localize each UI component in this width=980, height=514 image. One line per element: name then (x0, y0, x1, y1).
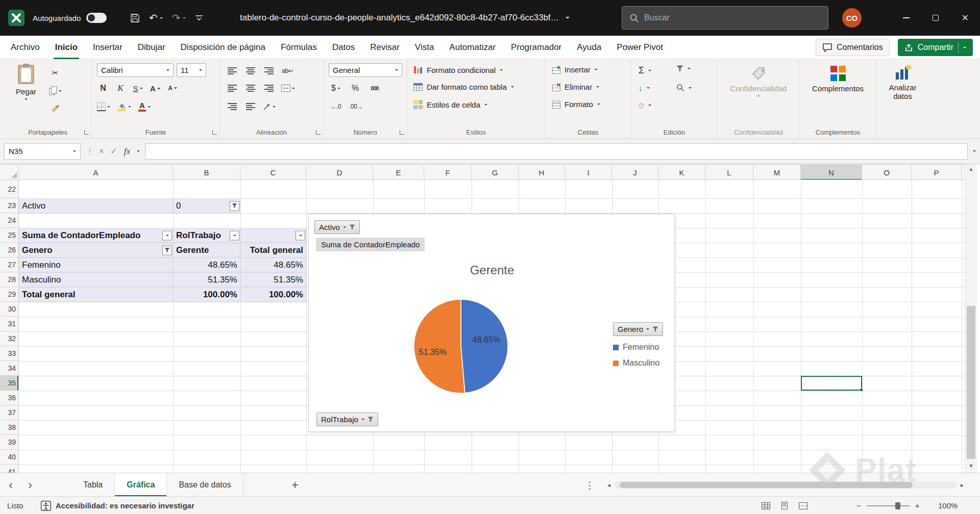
selection-fill-handle[interactable] (860, 388, 863, 392)
pivot-dropdown-button[interactable] (230, 230, 239, 240)
analyze-data-button[interactable]: Analizardatos (876, 64, 929, 100)
cell-C25[interactable] (240, 228, 306, 243)
pivot-dropdown-button[interactable] (296, 230, 305, 240)
row-header-30[interactable]: 30 (0, 302, 18, 317)
menu-tab-inicio[interactable]: Inicio (47, 36, 85, 59)
redo-button[interactable]: ↷ (172, 12, 186, 24)
borders-button[interactable] (97, 100, 110, 113)
menu-tab-programador[interactable]: Programador (503, 36, 569, 59)
cell-styles-button[interactable]: Estilos de celda (413, 100, 487, 109)
formula-input[interactable] (145, 143, 968, 160)
percent-format-button[interactable]: % (349, 82, 361, 95)
menu-tab-ayuda[interactable]: Ayuda (569, 36, 609, 59)
row-header-34[interactable]: 34 (0, 361, 18, 376)
row-header-24[interactable]: 24 (0, 213, 18, 228)
scroll-up-icon[interactable]: ▲ (965, 166, 977, 172)
menu-tab-revisar[interactable]: Revisar (362, 36, 407, 59)
row-header-35[interactable]: 35 (0, 376, 18, 391)
column-header-K[interactable]: K (658, 165, 705, 180)
fill-color-button[interactable] (117, 100, 131, 113)
row-header-27[interactable]: 27 (0, 258, 18, 272)
cell-C26[interactable]: Total general (240, 243, 306, 258)
close-button[interactable]: × (950, 0, 980, 36)
cut-button[interactable]: ✂ (49, 66, 61, 80)
font-color-button[interactable]: A (138, 100, 151, 113)
menu-tab-dibujar[interactable]: Dibujar (130, 36, 173, 59)
excel-logo-icon[interactable] (8, 10, 24, 28)
dialog-launcher-icon[interactable] (400, 130, 404, 135)
clear-button[interactable]: ◇ (639, 101, 651, 109)
column-header-M[interactable]: M (753, 165, 801, 180)
legend-item-femenino[interactable]: Femenino (613, 343, 663, 352)
dialog-launcher-icon[interactable] (316, 130, 321, 135)
column-header-I[interactable]: I (565, 165, 612, 180)
cell-A29[interactable]: Total general (19, 287, 173, 302)
menu-tab-datos[interactable]: Datos (325, 36, 362, 59)
insert-cells-button[interactable]: Insertar (552, 65, 598, 74)
underline-button[interactable]: S (132, 82, 144, 95)
grow-font-button[interactable]: A (149, 82, 161, 95)
increase-indent-button[interactable] (244, 100, 257, 113)
row-header-36[interactable]: 36 (0, 391, 18, 405)
column-header-F[interactable]: F (424, 165, 472, 180)
pivot-filter-button[interactable] (162, 245, 172, 255)
cell-B27[interactable]: 48.65% (173, 258, 240, 272)
align-left-button[interactable] (226, 82, 238, 95)
column-header-A[interactable]: A (19, 165, 173, 180)
align-bottom-button[interactable] (263, 64, 275, 78)
column-header-B[interactable]: B (173, 165, 240, 180)
zoom-in-button[interactable]: + (915, 501, 920, 510)
row-header-38[interactable]: 38 (0, 420, 18, 435)
chart-axis-field-button[interactable]: RolTrabajo (316, 413, 378, 426)
pie-chart[interactable] (384, 270, 537, 423)
merge-center-button[interactable] (281, 82, 295, 95)
vertical-scrollbar[interactable]: ▲ ▼ (965, 164, 977, 473)
share-button[interactable]: Compartir (898, 39, 973, 56)
wrap-text-button[interactable]: ab↩ (281, 64, 293, 78)
delete-cells-button[interactable]: Eliminar (552, 83, 599, 91)
align-top-button[interactable] (226, 64, 238, 78)
column-header-E[interactable]: E (373, 165, 424, 180)
chart-legend-field-button[interactable]: Genero (613, 322, 663, 336)
cell-B25[interactable]: RolTrabajo (173, 228, 240, 243)
row-header-32[interactable]: 32 (0, 331, 18, 346)
confidentiality-button[interactable]: Confidencialidad (718, 65, 799, 97)
menu-tab-vista[interactable]: Vista (407, 36, 442, 59)
format-painter-button[interactable] (49, 102, 61, 115)
new-sheet-button[interactable]: + (287, 477, 303, 493)
row-header-25[interactable]: 25 (0, 228, 18, 243)
column-header-N[interactable]: N (801, 165, 862, 180)
chart-filter-activo-button[interactable]: Activo (314, 220, 360, 234)
column-header-P[interactable]: P (912, 165, 962, 180)
addins-button[interactable]: Complementos (800, 65, 876, 93)
orientation-button[interactable] (263, 100, 276, 113)
align-middle-button[interactable] (244, 64, 257, 78)
font-name-combo[interactable]: Calibri (97, 63, 174, 77)
increase-decimal-button[interactable]: ←.0 (330, 100, 342, 113)
vertical-scroll-thumb[interactable] (967, 306, 975, 459)
cell-A25[interactable]: Suma de ContadorEmpleado (19, 228, 173, 243)
row-header-33[interactable]: 33 (0, 346, 18, 361)
decrease-decimal-button[interactable]: .00→ (349, 100, 363, 113)
paste-button[interactable]: Pegar (9, 63, 43, 100)
customize-toolbar-button[interactable] (195, 15, 203, 21)
number-format-combo[interactable]: General (329, 63, 402, 77)
scroll-left-icon[interactable]: ◄ (605, 482, 612, 488)
zoom-out-button[interactable]: − (856, 501, 861, 510)
fill-button[interactable]: ↓ (639, 84, 650, 92)
cell-B28[interactable]: 51.35% (173, 272, 240, 287)
menu-tab-insertar[interactable]: Insertar (85, 36, 130, 59)
maximize-button[interactable] (921, 0, 950, 36)
pivot-filter-button[interactable] (230, 201, 239, 211)
menu-tab-automatizar[interactable]: Automatizar (442, 36, 503, 59)
enter-button[interactable]: ✓ (110, 146, 117, 156)
sheet-tab-base-de-datos[interactable]: Base de datos (167, 473, 243, 497)
autosave-toggle[interactable] (86, 13, 107, 23)
column-header-C[interactable]: C (240, 165, 306, 180)
row-header-41[interactable]: 41 (0, 465, 18, 473)
column-header-J[interactable]: J (612, 165, 658, 180)
dialog-launcher-icon[interactable] (212, 130, 217, 135)
thousands-format-button[interactable]: 000 (369, 82, 381, 95)
dialog-launcher-icon[interactable] (84, 130, 89, 135)
bold-button[interactable]: N (97, 82, 109, 95)
